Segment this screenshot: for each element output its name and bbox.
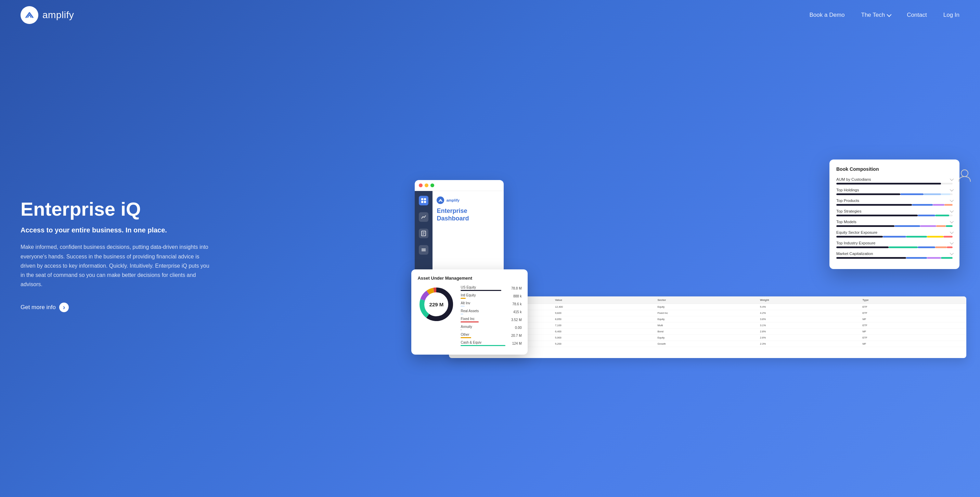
top-holdings-chevron-icon: [950, 188, 954, 191]
hero-cta[interactable]: Get more info: [21, 303, 415, 312]
hero-right: amplify Enterprise Dashboard Book Compos…: [415, 153, 959, 358]
enterprise-logo-row: amplify: [437, 196, 500, 204]
top-holdings-bar: [836, 193, 953, 195]
equity-sector-label: Equity Sector Exposure: [836, 230, 877, 234]
svg-rect-1: [424, 198, 426, 200]
top-models-chevron-icon: [950, 220, 954, 223]
enterprise-heading: Enterprise Dashboard: [437, 207, 500, 222]
top-strategies-row[interactable]: Top Strategies: [836, 209, 953, 216]
top-holdings-label: Top Holdings: [836, 188, 859, 192]
aum-row-fixed-inc: Fixed Inc 3.52 M: [461, 317, 522, 322]
top-products-bar: [836, 204, 953, 206]
logo-icon: [21, 6, 38, 24]
logo[interactable]: amplify: [21, 6, 74, 24]
top-industry-chevron-icon: [950, 241, 954, 244]
aum-row-other: Other 20.7 M: [461, 333, 522, 338]
top-holdings-row[interactable]: Top Holdings: [836, 188, 953, 195]
svg-rect-2: [421, 201, 423, 203]
cta-arrow-icon: [59, 303, 69, 312]
aum-row-annuity: Annuity 0.00: [461, 325, 522, 330]
top-models-bar: [836, 225, 953, 227]
equity-sector-row[interactable]: Equity Sector Exposure: [836, 230, 953, 237]
sidebar-dashboard-icon[interactable]: [419, 196, 428, 205]
enterprise-logo-text: amplify: [446, 198, 460, 202]
logo-text: amplify: [43, 10, 74, 21]
svg-rect-3: [424, 201, 426, 203]
sidebar-settings-icon[interactable]: [419, 245, 428, 255]
navigation: amplify Book a Demo The Tech Contact Log…: [0, 0, 980, 30]
aum-rows: US Equity 78.8 M Intl Equity 888 k: [461, 285, 522, 349]
bar-segment: [836, 183, 941, 185]
top-industry-bar: [836, 247, 953, 248]
aum-row-real-assets: Real Assets 415 k: [461, 309, 522, 315]
hero-body: Make informed, confident business decisi…: [21, 242, 212, 289]
nav-login[interactable]: Log In: [943, 12, 959, 19]
equity-sector-bar: [836, 236, 953, 237]
profile-icon[interactable]: [956, 166, 973, 183]
top-models-row[interactable]: Top Models: [836, 220, 953, 227]
col-type: Type: [862, 298, 963, 301]
profile-icon-wrapper: [956, 166, 973, 185]
book-composition-card: Book Composition AUM by Custodians Top H…: [829, 159, 959, 269]
hero-cta-label: Get more info: [21, 304, 56, 311]
market-cap-row[interactable]: Market Capitalization: [836, 252, 953, 259]
market-cap-bar: [836, 257, 953, 259]
chevron-down-icon: [886, 12, 891, 17]
hero-section: Enterprise iQ Access to your entire busi…: [0, 0, 980, 497]
col-sector: Sector: [657, 298, 758, 301]
top-products-row[interactable]: Top Products: [836, 199, 953, 206]
donut-label: 229 M: [430, 301, 444, 307]
col-value: Value: [555, 298, 655, 301]
svg-point-17: [961, 170, 968, 177]
top-strategies-label: Top Strategies: [836, 209, 862, 213]
top-industry-label: Top Industry Exposure: [836, 241, 875, 245]
window-chrome: [415, 180, 504, 191]
market-cap-label: Market Capitalization: [836, 252, 873, 256]
aum-custodians-row[interactable]: AUM by Custodians: [836, 177, 953, 185]
aum-custodians-label: AUM by Custodians: [836, 177, 871, 182]
aum-card: Asset Under Management: [411, 269, 528, 355]
top-strategies-chevron-icon: [950, 209, 954, 213]
nav-links: Book a Demo The Tech Contact Log In: [810, 12, 959, 19]
minimize-dot: [425, 183, 428, 187]
close-dot: [419, 183, 423, 187]
book-composition-title: Book Composition: [836, 166, 953, 172]
donut-chart: 229 M: [417, 285, 455, 323]
top-products-label: Top Products: [836, 199, 859, 202]
maximize-dot: [430, 183, 434, 187]
aum-title: Asset Under Management: [417, 276, 522, 281]
enterprise-logo-circle: [437, 196, 444, 204]
top-products-chevron-icon: [950, 198, 954, 202]
equity-sector-chevron-icon: [950, 230, 954, 234]
sidebar-analytics-icon[interactable]: [419, 212, 428, 222]
hero-left: Enterprise iQ Access to your entire busi…: [21, 199, 415, 312]
aum-content: 229 M US Equity 78.8 M Intl Equity: [417, 285, 522, 349]
aum-custodians-chevron-icon: [950, 177, 954, 181]
top-models-label: Top Models: [836, 220, 856, 224]
sidebar-reports-icon[interactable]: [419, 229, 428, 238]
nav-contact[interactable]: Contact: [907, 12, 927, 19]
aum-custodians-bar: [836, 183, 953, 185]
aum-row-us-equity: US Equity 78.8 M: [461, 285, 522, 291]
aum-row-alt-inv: Alt Inv 78.6 k: [461, 301, 522, 307]
nav-the-tech[interactable]: The Tech: [861, 12, 891, 19]
hero-title: Enterprise iQ: [21, 199, 415, 220]
aum-row-intl-equity: Intl Equity 888 k: [461, 293, 522, 299]
top-industry-row[interactable]: Top Industry Exposure: [836, 241, 953, 248]
aum-row-cash: Cash & Equiv 124 M: [461, 341, 522, 346]
top-strategies-bar: [836, 215, 953, 216]
hero-subtitle: Access to your entire business. In one p…: [21, 226, 415, 234]
market-cap-chevron-icon: [950, 251, 954, 255]
svg-rect-0: [421, 198, 423, 200]
nav-book-demo[interactable]: Book a Demo: [810, 12, 845, 19]
col-weight: Weight: [760, 298, 861, 301]
